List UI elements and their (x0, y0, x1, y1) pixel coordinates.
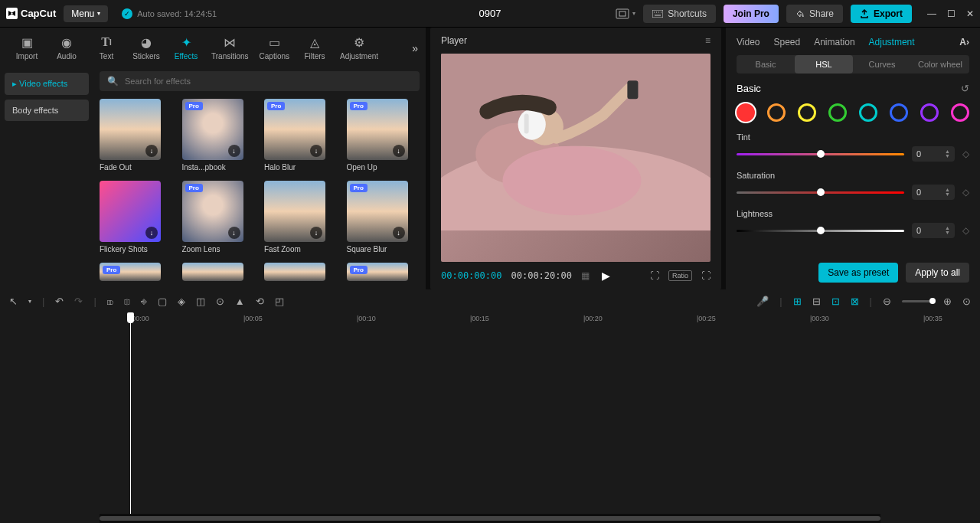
subtab-hsl[interactable]: HSL (795, 55, 853, 74)
download-icon[interactable]: ↓ (228, 145, 240, 157)
minimize-button[interactable]: — (927, 8, 936, 19)
fullscreen-icon[interactable]: ⛶ (701, 270, 710, 281)
tab-effects[interactable]: ✦Effects (167, 32, 205, 64)
category-body-effects[interactable]: Body effects (5, 100, 89, 121)
fit-button[interactable]: ⊙ (962, 296, 971, 307)
timeline-scrollbar[interactable] (100, 514, 880, 523)
saturation-slider[interactable] (737, 191, 904, 194)
tab-audio[interactable]: ◉Audio (47, 32, 86, 64)
join-pro-button[interactable]: Join Pro (724, 5, 779, 23)
subtab-basic[interactable]: Basic (737, 55, 795, 74)
crop-tool[interactable]: ◫ (196, 296, 205, 307)
reset-icon[interactable]: ↺ (961, 83, 969, 94)
apply-all-button[interactable]: Apply to all (906, 263, 969, 283)
subtab-curves[interactable]: Curves (853, 55, 911, 74)
effect-item[interactable]: ↓ Fast Zoom (264, 181, 338, 253)
close-button[interactable]: ✕ (966, 8, 974, 19)
rtabs-overflow[interactable]: A› (959, 37, 969, 47)
effect-item[interactable]: Pro (347, 263, 420, 281)
ratio-button[interactable]: Ratio (668, 270, 692, 281)
tint-keyframe[interactable]: ◇ (962, 149, 969, 159)
rtab-speed[interactable]: Speed (773, 37, 800, 47)
marker-tool[interactable]: ◈ (178, 296, 185, 307)
lightness-keyframe[interactable]: ◇ (962, 225, 969, 236)
zoom-out-button[interactable]: ⊖ (883, 296, 891, 307)
saturation-keyframe[interactable]: ◇ (962, 187, 969, 198)
maximize-button[interactable]: ☐ (947, 8, 956, 19)
download-icon[interactable]: ↓ (393, 145, 405, 157)
download-icon[interactable]: ↓ (310, 227, 322, 239)
effect-item[interactable]: Pro ↓ Halo Blur (264, 99, 338, 172)
share-button[interactable]: Share (786, 5, 843, 23)
saturation-value-input[interactable]: 0▲▼ (912, 185, 955, 200)
tab-stickers[interactable]: ◕Stickers (127, 32, 165, 64)
effect-item[interactable]: ↓ Flickery Shots (100, 181, 173, 253)
undo-button[interactable]: ↶ (55, 296, 64, 307)
download-icon[interactable]: ↓ (145, 145, 158, 157)
subtab-colorwheel[interactable]: Color wheel (911, 55, 969, 74)
effect-item[interactable] (264, 263, 338, 281)
link-tool[interactable]: ⊟ (812, 296, 821, 307)
magnet-tool[interactable]: ⊞ (793, 296, 802, 307)
grid-icon[interactable]: ▦ (581, 270, 590, 281)
mic-icon[interactable]: 🎤 (756, 296, 769, 307)
effect-item[interactable]: Pro ↓ Open Up (347, 99, 420, 172)
hsl-color-swatch[interactable] (859, 103, 877, 122)
tint-slider[interactable] (737, 153, 904, 155)
playhead-handle[interactable] (127, 312, 134, 323)
menu-button[interactable]: Menu▾ (64, 5, 108, 22)
download-icon[interactable]: ↓ (393, 227, 405, 239)
rtab-adjustment[interactable]: Adjustment (869, 37, 915, 47)
preview-tool[interactable]: ⊠ (851, 296, 859, 307)
lightness-slider[interactable] (737, 230, 904, 232)
effect-item[interactable]: Pro ↓ Zoom Lens (182, 181, 256, 253)
category-video-effects[interactable]: ▸ Video effects (5, 73, 89, 95)
crop2-tool[interactable]: ◰ (275, 296, 284, 307)
hsl-color-swatch[interactable] (828, 103, 847, 122)
effect-item[interactable]: Pro ↓ Insta...pbook (182, 99, 256, 172)
hsl-color-swatch[interactable] (798, 103, 816, 122)
tab-adjustment[interactable]: ⚙Adjustment (335, 32, 383, 64)
redo-button[interactable]: ↷ (74, 296, 83, 307)
hsl-color-swatch[interactable] (920, 103, 939, 122)
zoom-in-button[interactable]: ⊕ (943, 296, 952, 307)
tab-filters[interactable]: ◬Filters (296, 32, 334, 64)
tab-import[interactable]: ▣Import (8, 32, 46, 64)
aspect-ratio-button[interactable]: ▾ (616, 8, 635, 19)
select-dropdown[interactable]: ▾ (28, 298, 31, 305)
effects-search[interactable]: 🔍 (100, 71, 420, 91)
tab-transitions[interactable]: ⋈Transitions (207, 32, 253, 64)
timeline-ruler[interactable]: |00:00|00:05|00:10|00:15|00:20|00:25|00:… (130, 312, 980, 328)
hsl-color-swatch[interactable] (767, 103, 786, 122)
download-icon[interactable]: ↓ (310, 145, 322, 157)
download-icon[interactable]: ↓ (228, 227, 240, 239)
delete-tool[interactable]: ▢ (158, 296, 167, 307)
mirror-tool[interactable]: ▲ (235, 296, 245, 307)
hsl-color-swatch[interactable] (951, 103, 969, 122)
effect-item[interactable] (182, 263, 256, 281)
rotate-tool[interactable]: ⟲ (256, 296, 264, 307)
select-tool[interactable]: ↖ (9, 296, 18, 307)
lightness-value-input[interactable]: 0▲▼ (912, 223, 955, 238)
rtab-video[interactable]: Video (737, 37, 760, 47)
effect-item[interactable]: ↓ Fade Out (100, 99, 173, 172)
crop-icon[interactable]: ⛶ (650, 270, 659, 281)
split-right-tool[interactable]: ⎆ (141, 296, 147, 307)
speed-tool[interactable]: ⊙ (216, 296, 224, 307)
tab-text[interactable]: TIText (87, 32, 126, 64)
tabs-overflow-button[interactable]: » (412, 42, 418, 54)
rtab-animation[interactable]: Animation (814, 37, 854, 47)
player-video[interactable] (441, 54, 710, 262)
player-menu-icon[interactable]: ≡ (705, 35, 710, 46)
export-button[interactable]: Export (851, 5, 912, 23)
effect-item[interactable]: Pro ↓ Square Blur (347, 181, 420, 253)
hsl-color-swatch[interactable] (737, 103, 755, 122)
split-tool[interactable]: ⎄ (107, 296, 113, 307)
snap-tool[interactable]: ⊡ (831, 296, 840, 307)
split-left-tool[interactable]: ⎅ (124, 296, 130, 307)
download-icon[interactable]: ↓ (145, 227, 158, 239)
effect-item[interactable]: Pro (100, 263, 173, 281)
zoom-slider[interactable] (902, 300, 933, 302)
effects-search-input[interactable] (125, 77, 412, 86)
shortcuts-button[interactable]: Shortcuts (643, 5, 716, 23)
